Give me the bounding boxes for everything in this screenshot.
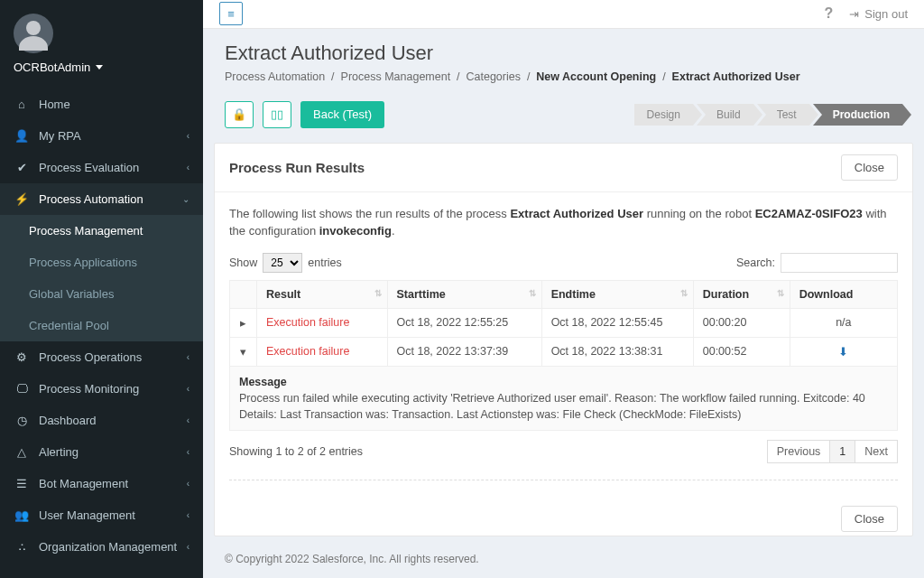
table-row: ▾ Execution failure Oct 18, 2022 13:37:3… [230,337,898,366]
chevron-left-icon: ‹ [187,352,189,362]
help-icon[interactable]: ? [825,5,834,22]
page-title: Extract Authorized User [225,42,902,65]
collapse-row-button[interactable]: ▾ [230,337,257,366]
panel-header: Process Run Results Close [215,144,912,192]
page-next[interactable]: Next [855,440,898,463]
nav-process-automation[interactable]: ⚡Process Automation⌄ [0,183,203,215]
message-label: Message [239,376,287,388]
sort-icon: ⇅ [529,288,536,298]
layout-icon: ▯▯ [271,107,283,121]
nav-process-applications[interactable]: Process Applications [0,247,203,278]
gears-icon: ⚙ [14,350,30,364]
download-button[interactable]: ⬇ [790,337,897,366]
monitor-icon: 🖵 [14,382,30,396]
divider [229,480,898,480]
org-icon: ⛬ [14,540,30,554]
stage-production[interactable]: Production [813,104,902,126]
nav-bot-management[interactable]: ☰Bot Management‹ [0,468,203,499]
nav-dashboard[interactable]: ◷Dashboard‹ [0,405,203,436]
back-button[interactable]: Back (Test) [300,101,384,128]
panel-body: The following list shows the run results… [215,192,912,495]
stage-design[interactable]: Design [634,104,693,126]
layout-button[interactable]: ▯▯ [263,101,291,128]
search-label: Search: [736,256,775,269]
intro-text: The following list shows the run results… [229,205,898,240]
sort-icon: ⇅ [777,288,784,298]
nav-global-variables[interactable]: Global Variables [0,278,203,310]
nav-credential-pool[interactable]: Credential Pool [0,310,203,341]
page-size-select[interactable]: 25 [263,253,302,273]
chevron-left-icon: ‹ [187,542,189,552]
col-starttime[interactable]: Starttime⇅ [387,280,541,308]
chevron-down-icon: ⌄ [182,194,189,204]
cell-result: Execution failure [257,337,388,366]
crumb-process-management[interactable]: Process Management [341,70,451,83]
main: ≡ ? ⇥ Sign out Extract Authorized User P… [203,0,924,578]
sort-icon: ⇅ [680,288,688,298]
username-dropdown[interactable]: OCRBotAdmin [14,61,189,74]
lock-button[interactable]: 🔒 [225,101,254,128]
profile-block: OCRBotAdmin [0,0,203,83]
col-expand [230,280,257,308]
col-result[interactable]: Result⇅ [257,280,388,308]
sidebar: OCRBotAdmin ⌂Home 👤My RPA‹ ✔Process Eval… [0,0,203,578]
cell-endtime: Oct 18, 2022 13:38:31 [541,337,693,366]
nav-process-operations[interactable]: ⚙Process Operations‹ [0,341,203,373]
alert-icon: △ [14,445,30,459]
chevron-left-icon: ‹ [187,131,189,141]
avatar [14,14,53,53]
crumb-category-name: New Account Opening [536,70,656,83]
gauge-icon: ◷ [14,414,30,427]
nav-alerting[interactable]: △Alerting‹ [0,436,203,468]
col-duration[interactable]: Duration⇅ [693,280,790,308]
cell-result: Execution failure [257,308,388,337]
nav-process-management[interactable]: Process Management [0,215,203,247]
crumb-categories[interactable]: Categories [467,70,521,83]
page-1[interactable]: 1 [829,440,855,463]
nav-home[interactable]: ⌂Home [0,89,203,120]
check-icon: ✔ [14,161,30,174]
nav-user-management[interactable]: 👥User Management‹ [0,499,203,531]
breadcrumb: Process Automation / Process Management … [225,70,902,83]
chevron-left-icon: ‹ [187,447,189,457]
nav-organization-management[interactable]: ⛬Organization Management‹ [0,531,203,563]
cell-download: n/a [790,308,897,337]
message-body: Process run failed while executing activ… [239,392,865,421]
panel-title: Process Run Results [229,160,365,175]
cell-starttime: Oct 18, 2022 12:55:25 [387,308,541,337]
close-button-bottom[interactable]: Close [841,506,898,532]
cell-duration: 00:00:20 [693,308,790,337]
stage-test[interactable]: Test [757,104,809,126]
search-input[interactable] [781,253,898,273]
username-label: OCRBotAdmin [14,61,90,74]
col-endtime[interactable]: Endtime⇅ [541,280,693,308]
crumb-process-name: Extract Authorized User [672,70,800,83]
chevron-left-icon: ‹ [187,415,189,425]
close-button-top[interactable]: Close [841,154,898,181]
lock-icon: 🔒 [232,107,246,121]
hamburger-button[interactable]: ≡ [219,2,243,25]
nav-process-monitoring[interactable]: 🖵Process Monitoring‹ [0,373,203,405]
topbar: ≡ ? ⇥ Sign out [203,0,924,29]
users-icon: 👥 [14,508,30,522]
page-prev[interactable]: Previous [767,440,831,463]
chevron-left-icon: ‹ [187,479,189,489]
nav-process-evaluation[interactable]: ✔Process Evaluation‹ [0,152,203,183]
datatable-controls: Show 25 entries Search: [229,253,898,273]
stage-chain: Design Build Test Production [631,104,902,126]
nav-my-rpa[interactable]: 👤My RPA‹ [0,120,203,152]
signout-link[interactable]: ⇥ Sign out [849,7,908,21]
home-icon: ⌂ [14,98,30,111]
page-header: Extract Authorized User Process Automati… [203,29,924,92]
chevron-left-icon: ‹ [187,384,189,394]
crumb-process-automation[interactable]: Process Automation [225,70,325,83]
col-download: Download [790,280,897,308]
stage-build[interactable]: Build [697,104,753,126]
chevron-left-icon: ‹ [187,510,189,520]
expand-row-button[interactable]: ▸ [230,308,257,337]
bolt-icon: ⚡ [14,192,30,206]
user-icon: 👤 [14,129,30,143]
table-row: ▸ Execution failure Oct 18, 2022 12:55:2… [230,308,898,337]
chevron-left-icon: ‹ [187,163,189,172]
cell-duration: 00:00:52 [693,337,790,366]
